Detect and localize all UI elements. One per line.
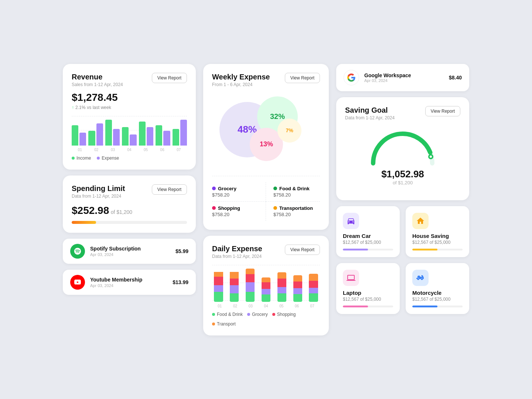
seg-transport-3 xyxy=(246,269,255,274)
goal-laptop: Laptop $12,567 of $25,000 xyxy=(336,263,400,314)
revenue-change: ↑ 2.1% vs last week xyxy=(72,105,187,110)
daily-stacked-bar-5 xyxy=(277,272,286,302)
daily-bar-chart xyxy=(212,265,320,302)
cat-grocery-dot xyxy=(212,187,216,190)
revenue-view-report-button[interactable]: View Report xyxy=(152,73,187,83)
spotify-transaction: Spotify Subscription Apr 03, 2024 $5.99 xyxy=(63,239,196,264)
saving-view-report-button[interactable]: View Report xyxy=(425,106,460,116)
revenue-legend: Income Expense xyxy=(72,156,187,161)
daily-bar-col-2 xyxy=(228,269,241,302)
dream-car-icon xyxy=(343,213,359,229)
daily-view-report-button[interactable]: View Report xyxy=(285,245,320,255)
expense-dot xyxy=(97,157,100,160)
seg-grocery-3 xyxy=(246,282,255,291)
dream-car-progress-fill xyxy=(343,249,368,250)
bar-label-1: 01 xyxy=(72,148,88,152)
daily-bar-col-1 xyxy=(212,269,225,302)
seg-grocery-2 xyxy=(230,285,239,294)
daily-label-4: 04 xyxy=(258,304,274,308)
youtube-icon xyxy=(70,275,85,290)
revenue-change-label: vs last week xyxy=(87,105,111,110)
motorcycle-name: Motorcycle xyxy=(412,290,463,296)
weekly-header: Weekly Expense From 1 - 6 Apr, 2024 View… xyxy=(212,73,320,87)
cat-shopping-amount: $758.20 xyxy=(212,212,258,217)
daily-legend-grocery: Grocery xyxy=(247,312,268,317)
bar-group-1 xyxy=(72,125,86,146)
laptop-name: Laptop xyxy=(343,290,393,296)
google-info: Google Workspace Apr 03, 2024 xyxy=(364,72,444,83)
bar-expense-2 xyxy=(96,123,103,146)
seg-transport-1 xyxy=(214,272,223,277)
weekly-title: Weekly Expense xyxy=(212,73,270,81)
revenue-card: Revenue Sales from 1-12 Apr, 2024 View R… xyxy=(63,64,196,170)
youtube-transaction: Youtube Membership Apr 03, 2024 $13.99 xyxy=(63,270,196,295)
revenue-bar-chart xyxy=(72,116,187,146)
seg-grocery-6 xyxy=(293,288,302,294)
cat-food-name: Food & Drink xyxy=(273,186,320,191)
spending-of: of $1,200 xyxy=(111,209,132,215)
saving-gauge: $1,052.98 of $1,200 xyxy=(345,126,460,185)
bar-label-5: 05 xyxy=(137,148,154,152)
bar-income-6 xyxy=(156,125,162,146)
daily-bar-col-6 xyxy=(291,275,304,302)
bar-income-7 xyxy=(173,129,179,146)
legend-income: Income xyxy=(72,156,91,161)
saving-title: Saving Goal xyxy=(345,106,395,115)
bar-chart-labels: 01 02 03 04 05 06 07 xyxy=(72,148,187,152)
daily-label-3: 03 xyxy=(243,304,258,308)
spotify-icon xyxy=(70,244,85,259)
cat-grocery-name: Grocery xyxy=(212,186,258,191)
weekly-view-report-button[interactable]: View Report xyxy=(285,73,320,83)
daily-legend-shopping-label: Shopping xyxy=(277,312,296,317)
revenue-change-pct: 2.1% xyxy=(75,105,85,110)
motorcycle-progress-bg xyxy=(412,306,463,307)
spending-view-report-button[interactable]: View Report xyxy=(152,184,187,195)
daily-stacked-bar-1 xyxy=(214,269,223,302)
daily-label-1: 01 xyxy=(212,304,228,308)
seg-food-3 xyxy=(246,292,255,302)
seg-shopping-4 xyxy=(262,282,270,289)
spending-progress-bar-bg xyxy=(72,221,187,224)
daily-chart-labels: 01 02 03 04 05 06 07 xyxy=(212,304,320,308)
bar-label-2: 02 xyxy=(88,148,105,152)
spending-title: Spending Limit xyxy=(72,184,125,193)
spotify-info: Spotify Subscription Apr 03, 2024 xyxy=(90,246,170,257)
bar-expense-1 xyxy=(79,133,86,146)
legend-expense: Expense xyxy=(97,156,119,161)
goal-house-saving: House Saving $12,567 of $25,000 xyxy=(406,206,469,257)
house-saving-progress-bg xyxy=(412,249,463,250)
laptop-icon xyxy=(343,270,359,286)
saving-goal-card: Saving Goal Data from 1-12 Apr, 2024 Vie… xyxy=(336,97,469,200)
bar-group-7 xyxy=(173,120,187,146)
daily-legend-food-label: Food & Drink xyxy=(217,312,243,317)
youtube-name: Youtube Membership xyxy=(90,277,167,283)
cat-transport-name: Transportation xyxy=(273,205,320,211)
seg-shopping-6 xyxy=(293,282,302,288)
revenue-amount: $1,278.45 xyxy=(72,92,187,103)
daily-legend: Food & Drink Grocery Shopping Transport xyxy=(212,312,320,327)
house-saving-amount: $12,567 of $25,000 xyxy=(412,240,463,245)
laptop-progress-bg xyxy=(343,306,393,307)
daily-header: Daily Expense Data from 1-12 Apr, 2024 V… xyxy=(212,245,320,259)
daily-expense-card: Daily Expense Data from 1-12 Apr, 2024 V… xyxy=(203,236,329,335)
cat-shopping: Shopping $758.20 xyxy=(212,202,266,221)
saving-header: Saving Goal Data from 1-12 Apr, 2024 Vie… xyxy=(345,106,460,120)
spending-subtitle: Data from 1-12 Apr, 2024 xyxy=(72,194,125,199)
goals-grid: Dream Car $12,567 of $25,000 House Savin… xyxy=(336,206,469,314)
bubble-transport: 7% xyxy=(277,119,301,143)
daily-stacked-bar-2 xyxy=(230,269,239,302)
grocery-dot xyxy=(247,313,250,316)
google-amount: $8.40 xyxy=(449,75,462,81)
spotify-name: Spotify Subscription xyxy=(90,246,170,252)
seg-food-7 xyxy=(309,293,318,302)
daily-legend-grocery-label: Grocery xyxy=(252,312,268,317)
seg-transport-5 xyxy=(277,272,286,279)
spending-header: Spending Limit Data from 1-12 Apr, 2024 … xyxy=(72,184,187,199)
bar-group-3 xyxy=(105,120,120,146)
bar-label-3: 03 xyxy=(105,148,121,152)
legend-income-label: Income xyxy=(76,156,91,161)
seg-grocery-7 xyxy=(309,288,318,293)
daily-title: Daily Expense xyxy=(212,245,262,253)
cat-transport-dot xyxy=(273,206,277,210)
bar-group-6 xyxy=(156,125,170,146)
